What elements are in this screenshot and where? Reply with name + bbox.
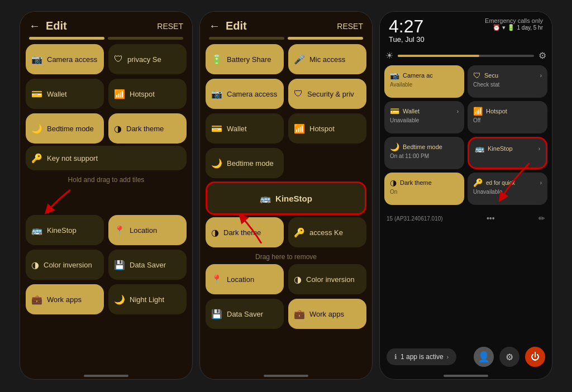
qs-hotspot-icon: 📶 [473, 107, 483, 116]
privacy-icon: 🛡 [114, 54, 123, 64]
camera-access-tile-2[interactable]: 📷 Camera access [206, 79, 284, 109]
data-saver-tile-1[interactable]: 💾 Data Saver [108, 250, 187, 280]
data-saver-tile-2[interactable]: 💾 Data Saver [206, 299, 284, 329]
qs-security-tile[interactable]: 🛡 Secu › Check stat [468, 65, 547, 98]
hotspot-icon-2: 📶 [294, 123, 305, 134]
panel-3: 4:27 Tue, Jul 30 Emergency calls only ⏰ … [379, 11, 552, 380]
qs-bedtime-sublabel: On at 11:00 PM [390, 153, 459, 159]
location-icon: 📍 [114, 225, 125, 236]
arrow-svg-2 [231, 213, 275, 243]
qs-wallet-icon: 💳 [390, 107, 399, 116]
bedtime-tile-2[interactable]: 🌙 Bedtime mode [206, 148, 284, 178]
reset-button-2[interactable]: RESET [337, 22, 363, 31]
wallet-icon: 💳 [31, 89, 42, 99]
drag-bar [209, 37, 284, 40]
hotspot-tile[interactable]: 📶 Hotspot [108, 79, 187, 109]
date-display: Tue, Jul 30 [389, 35, 425, 44]
brightness-fill [398, 55, 479, 57]
key-icon-2: 🔑 [294, 227, 305, 238]
more-options-icon[interactable]: ••• [487, 214, 495, 223]
qs-camera-tile[interactable]: 📷 Camera ac Available [384, 65, 464, 98]
info-icon: ℹ [394, 353, 397, 361]
qs-bedtime-label: Bedtime mode [403, 144, 442, 150]
work-apps-tile-1[interactable]: 💼 Work apps [26, 284, 104, 314]
version-text: 15 (AP31.240617.010) [387, 216, 443, 222]
bedtime-label-2: Bedtime mode [227, 159, 274, 168]
qs-wallet-tile[interactable]: 💳 Wallet › Unavailable [384, 101, 464, 133]
settings-icon[interactable]: ⚙ [538, 50, 546, 61]
work-apps-icon-2: 💼 [294, 309, 305, 319]
battery-share-tile[interactable]: 🔋 Battery Share [206, 44, 284, 74]
wallet-label-2: Wallet [227, 125, 247, 133]
qs-dark-theme-tile[interactable]: ◑ Dark theme On [384, 173, 464, 205]
arrow-area-3 [380, 205, 552, 211]
night-light-icon: 🌙 [114, 294, 125, 305]
emergency-text: Emergency calls only [485, 17, 543, 24]
back-button[interactable]: ← [29, 20, 40, 32]
wallet-icon-2: 💳 [211, 123, 222, 134]
brightness-row: ☀ ⚙ [380, 46, 552, 65]
bedtime-tile[interactable]: 🌙 Bedtime mode [26, 113, 104, 144]
dark-theme-tile[interactable]: ◑ Dark theme [108, 113, 187, 144]
back-button-2[interactable]: ← [209, 20, 220, 32]
qs-kinestop-icon: 🚌 [475, 144, 484, 153]
reset-button-1[interactable]: RESET [157, 22, 183, 31]
signal-icon: ▾ [502, 24, 506, 31]
qs-camera-label: Camera ac [403, 72, 433, 79]
key-not-supported-tile[interactable]: 🔑 Key not support [26, 146, 187, 170]
battery-icon: 🔋 [507, 24, 515, 31]
power-button[interactable]: ⏻ [525, 347, 545, 367]
home-bar-2 [264, 375, 308, 377]
qs-wallet-sublabel: Unavailable [390, 117, 459, 123]
work-apps-tile-2[interactable]: 💼 Work apps [288, 299, 366, 329]
access-ke-label: access Ke [309, 228, 343, 237]
kinestop-icon: 🚌 [31, 225, 42, 236]
battery-share-icon: 🔋 [211, 54, 222, 65]
kinestop-label-2: KineStop [275, 194, 312, 203]
color-inversion-tile-2[interactable]: ◑ Color inversion [288, 264, 366, 294]
night-light-tile-1[interactable]: 🌙 Night Light [108, 284, 187, 314]
kinestop-section: 🚌 KineStop [200, 178, 372, 215]
arrow-area-1 [20, 187, 192, 215]
mic-access-tile[interactable]: 🎤 Mic access [288, 44, 366, 74]
arrow-svg-1 [26, 187, 93, 215]
kinestop-tile-1[interactable]: 🚌 KineStop [26, 215, 104, 245]
alarm-icon: ⏰ [493, 24, 500, 31]
app-active-button[interactable]: ℹ 1 app is active › [387, 348, 456, 365]
wallet-tile[interactable]: 💳 Wallet [26, 79, 104, 109]
qs-bedtime-icon: 🌙 [390, 142, 399, 151]
hotspot-tile-2[interactable]: 📶 Hotspot [288, 113, 366, 144]
security-privacy-tile[interactable]: 🛡 Security & priv [288, 79, 366, 109]
settings-button[interactable]: ⚙ [499, 347, 519, 367]
color-inversion-tile-1[interactable]: ◑ Color inversion [26, 250, 104, 280]
panel1-header: ← Edit RESET [20, 12, 192, 37]
qs-hotspot-tile[interactable]: 📶 Hotspot Off [468, 101, 547, 133]
wallet-tile-2[interactable]: 💳 Wallet [206, 113, 284, 144]
qs-security-label: Secu [484, 72, 498, 79]
security-icon: 🛡 [294, 89, 303, 99]
privacy-tile[interactable]: 🛡 privacy Se [108, 44, 187, 74]
status-icons: ⏰ ▾ 🔋 1 day, 5 hr [485, 24, 543, 31]
location-label-2: Location [227, 275, 254, 284]
camera-access-tile[interactable]: 📷 Camera access [26, 44, 104, 74]
qs-bedtime-tile[interactable]: 🌙 Bedtime mode On at 11:00 PM [384, 137, 464, 169]
location-tile-2[interactable]: 📍 Location [206, 264, 284, 294]
bedtime-label: Bedtime mode [47, 125, 94, 133]
brightness-bar[interactable] [398, 55, 534, 57]
work-apps-label-2: Work apps [309, 310, 344, 318]
chevron-right-icon-2: › [457, 108, 459, 114]
access-ke-tile[interactable]: 🔑 access Ke [288, 217, 366, 247]
arrow-svg-3 [457, 157, 546, 202]
avatar-button[interactable]: 👤 [474, 347, 494, 367]
work-apps-icon: 💼 [31, 294, 42, 305]
brightness-icon[interactable]: ☀ [385, 50, 393, 61]
tile-grid-1: 📷 Camera access 🛡 privacy Se 💳 Wallet 📶 … [20, 44, 192, 144]
section-label-2: Drag here to remove [200, 247, 372, 264]
night-light-label: Night Light [130, 295, 164, 304]
edit-icon[interactable]: ✏ [538, 214, 545, 223]
qs-hotspot-sublabel: Off [473, 117, 542, 123]
key-label: Key not support [47, 154, 98, 162]
location-tile-1[interactable]: 📍 Location [108, 215, 187, 245]
kinestop-tile-2[interactable]: 🚌 KineStop [206, 181, 366, 215]
panel1-title: Edit [46, 20, 67, 32]
